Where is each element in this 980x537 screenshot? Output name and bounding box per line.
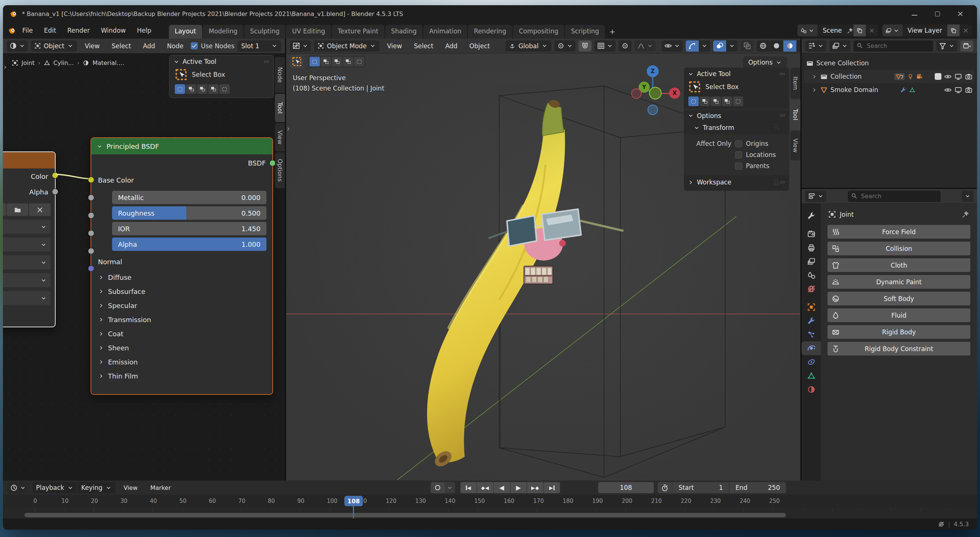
editor-type-button[interactable] <box>290 40 311 52</box>
select-mode-intersect[interactable] <box>219 84 230 94</box>
scene-selector[interactable]: Scene <box>797 24 878 37</box>
slot-dropdown[interactable]: Slot 1 <box>237 40 281 52</box>
np-workspace-header[interactable]: Workspace <box>684 176 789 188</box>
mode-dropdown[interactable]: Object Mode <box>314 40 380 52</box>
show-overlays-toggle[interactable] <box>713 40 726 52</box>
pin-icon[interactable] <box>847 27 853 34</box>
section-thin-film[interactable]: Thin Film <box>91 369 272 383</box>
outliner-row-smoke-domain[interactable]: Smoke Domain <box>804 83 975 97</box>
use-preview-range-button[interactable] <box>657 482 672 493</box>
select-mode-extend[interactable] <box>700 97 710 106</box>
image-node-dropdown[interactable] <box>3 237 51 252</box>
playhead-badge[interactable]: 108 <box>344 496 363 506</box>
image-node-dropdown[interactable] <box>3 255 51 269</box>
soft-body-button[interactable]: Soft Body <box>827 292 970 306</box>
play-button[interactable]: ▶ <box>510 482 527 493</box>
viewport-menu-add[interactable]: Add <box>441 42 462 50</box>
timeline-menu-view[interactable]: View <box>119 484 142 491</box>
metallic-socket[interactable] <box>88 194 94 201</box>
tab-render[interactable] <box>802 227 821 241</box>
select-mode-intersect[interactable] <box>354 57 364 67</box>
parents-checkbox[interactable] <box>735 163 742 170</box>
menu-render[interactable]: Render <box>62 25 95 36</box>
gizmo-x-neg[interactable] <box>631 88 641 99</box>
frame-end-field[interactable]: End250 <box>730 482 786 493</box>
shader-menu-add[interactable]: Add <box>138 42 159 50</box>
workspace-tab-rendering[interactable]: Rendering <box>468 25 512 38</box>
menu-help[interactable]: Help <box>132 25 156 36</box>
breadcrumb-mesh[interactable]: Cylin... <box>53 59 74 67</box>
image-texture-node-header[interactable] <box>3 152 55 169</box>
use-nodes-toggle[interactable]: Use Nodes <box>191 42 234 50</box>
fluid-button[interactable]: Fluid <box>827 308 970 322</box>
use-nodes-checkbox[interactable] <box>191 42 198 49</box>
section-emission[interactable]: Emission <box>91 355 272 369</box>
alpha-output-socket[interactable] <box>52 188 58 195</box>
breadcrumb-material[interactable]: Material.... <box>92 59 124 67</box>
editor-type-button[interactable] <box>8 482 29 493</box>
origins-checkbox[interactable] <box>735 140 742 147</box>
np-options-header[interactable]: Options <box>684 109 789 122</box>
image-texture-node[interactable]: Color Alpha <box>3 151 56 327</box>
new-scene-button[interactable] <box>853 24 866 37</box>
select-mode-invert[interactable] <box>208 84 219 94</box>
image-open-button[interactable] <box>7 203 28 216</box>
tab-scene[interactable] <box>802 268 821 282</box>
roughness-slider[interactable]: Roughness0.500 <box>112 206 266 220</box>
view-layer-selector[interactable]: View Layer <box>882 24 972 37</box>
tab-object[interactable] <box>802 300 821 314</box>
tab-tool[interactable]: Tool <box>275 94 285 122</box>
node-canvas[interactable]: › Joint › Cylin... › Material.... Active… <box>3 53 285 481</box>
menu-window[interactable]: Window <box>96 25 130 36</box>
np-active-tool-row[interactable]: Select Box <box>684 80 789 94</box>
delete-view-layer-button[interactable] <box>959 27 972 34</box>
section-sheen[interactable]: Sheen <box>91 341 272 355</box>
properties-search-input[interactable] <box>848 191 941 202</box>
ior-socket[interactable] <box>88 230 94 236</box>
image-new-button[interactable] <box>3 203 6 216</box>
delete-scene-button[interactable] <box>866 27 878 34</box>
gizmo-z-axis[interactable]: Z <box>647 65 659 77</box>
shader-type-dropdown[interactable]: Object <box>31 40 77 52</box>
bsdf-node-header[interactable]: Principled BSDF <box>91 138 272 155</box>
np-transform-header[interactable]: Transform <box>684 122 789 134</box>
navigation-gizmo[interactable]: Z Y X <box>631 65 687 120</box>
expand-icon[interactable] <box>811 87 818 93</box>
section-transmission[interactable]: Transmission <box>91 312 272 327</box>
workspace-tab-compositing[interactable]: Compositing <box>513 25 565 38</box>
tab-object-data[interactable] <box>802 369 821 382</box>
disable-viewport-icon[interactable] <box>955 86 962 94</box>
select-mode-invert[interactable] <box>722 97 732 106</box>
tab-view[interactable]: View <box>275 123 285 151</box>
add-workspace-button[interactable]: + <box>606 25 619 38</box>
image-unlink-button[interactable] <box>29 203 51 216</box>
properties-options-dropdown[interactable] <box>962 191 973 202</box>
outliner-row-scene-collection[interactable]: Scene Collection <box>804 56 975 70</box>
next-keyframe-button[interactable]: ▶◆ <box>527 482 543 493</box>
select-mode-intersect[interactable] <box>733 97 743 106</box>
workspace-tab-shading[interactable]: Shading <box>385 25 423 38</box>
select-mode-new[interactable] <box>175 84 185 94</box>
outliner-search-input[interactable] <box>853 40 933 52</box>
proportional-falloff-dropdown[interactable] <box>635 40 656 52</box>
viewport-menu-object[interactable]: Object <box>465 42 494 50</box>
playback-menu[interactable]: Playback <box>32 482 77 493</box>
snap-target-dropdown[interactable] <box>595 40 616 52</box>
frame-start-field[interactable]: Start1 <box>672 482 729 493</box>
close-button[interactable]: × <box>956 10 964 18</box>
viewport-menu-select[interactable]: Select <box>409 42 438 50</box>
tab-output[interactable] <box>802 241 821 255</box>
workspace-tab-modeling[interactable]: Modeling <box>203 25 243 38</box>
overlays-dropdown[interactable] <box>726 40 738 52</box>
blender-menu-icon[interactable] <box>8 27 16 35</box>
tab-item[interactable]: Item <box>791 67 800 99</box>
normal-socket[interactable] <box>88 265 94 272</box>
shading-wireframe-button[interactable] <box>757 40 770 52</box>
transform-orientation-dropdown[interactable]: Global <box>505 40 551 52</box>
exclude-checkbox[interactable] <box>935 73 942 80</box>
image-node-dropdown[interactable] <box>3 273 51 287</box>
tab-tool[interactable] <box>802 209 821 223</box>
force-field-button[interactable]: Force Field <box>827 225 970 239</box>
disable-viewport-icon[interactable] <box>955 73 962 81</box>
tab-modifiers[interactable] <box>802 314 821 328</box>
